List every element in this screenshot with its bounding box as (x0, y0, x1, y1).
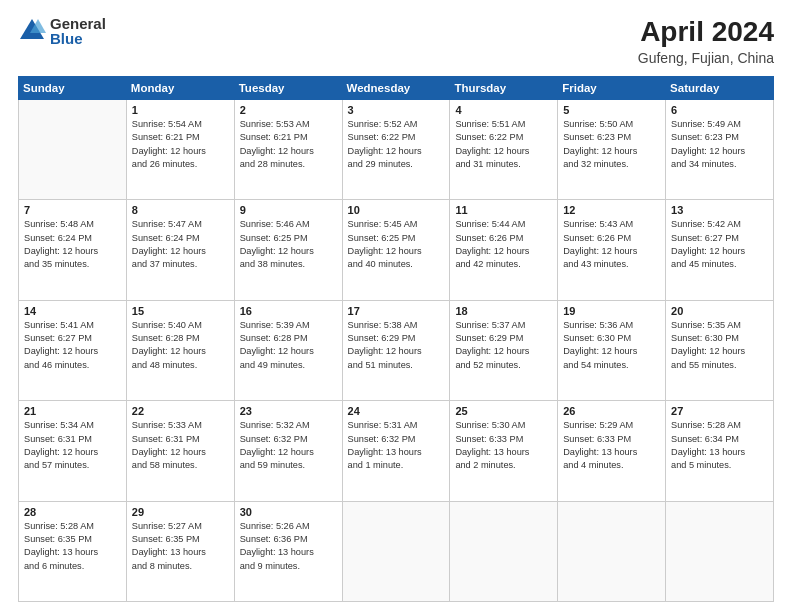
day-number: 24 (348, 405, 445, 417)
day-cell: 12Sunrise: 5:43 AM Sunset: 6:26 PM Dayli… (558, 200, 666, 300)
logo-icon (18, 17, 46, 45)
day-number: 7 (24, 204, 121, 216)
day-info: Sunrise: 5:54 AM Sunset: 6:21 PM Dayligh… (132, 118, 229, 171)
day-number: 25 (455, 405, 552, 417)
day-info: Sunrise: 5:35 AM Sunset: 6:30 PM Dayligh… (671, 319, 768, 372)
day-cell: 16Sunrise: 5:39 AM Sunset: 6:28 PM Dayli… (234, 300, 342, 400)
day-info: Sunrise: 5:33 AM Sunset: 6:31 PM Dayligh… (132, 419, 229, 472)
col-sunday: Sunday (19, 77, 127, 100)
day-cell: 20Sunrise: 5:35 AM Sunset: 6:30 PM Dayli… (666, 300, 774, 400)
day-number: 20 (671, 305, 768, 317)
day-number: 10 (348, 204, 445, 216)
week-row-1: 1Sunrise: 5:54 AM Sunset: 6:21 PM Daylig… (19, 100, 774, 200)
day-cell (450, 501, 558, 601)
main-title: April 2024 (638, 16, 774, 48)
day-info: Sunrise: 5:27 AM Sunset: 6:35 PM Dayligh… (132, 520, 229, 573)
day-number: 18 (455, 305, 552, 317)
day-cell: 27Sunrise: 5:28 AM Sunset: 6:34 PM Dayli… (666, 401, 774, 501)
day-number: 30 (240, 506, 337, 518)
day-info: Sunrise: 5:30 AM Sunset: 6:33 PM Dayligh… (455, 419, 552, 472)
col-monday: Monday (126, 77, 234, 100)
calendar-table: Sunday Monday Tuesday Wednesday Thursday… (18, 76, 774, 602)
col-friday: Friday (558, 77, 666, 100)
day-info: Sunrise: 5:29 AM Sunset: 6:33 PM Dayligh… (563, 419, 660, 472)
day-number: 5 (563, 104, 660, 116)
day-info: Sunrise: 5:36 AM Sunset: 6:30 PM Dayligh… (563, 319, 660, 372)
day-number: 27 (671, 405, 768, 417)
day-number: 2 (240, 104, 337, 116)
day-info: Sunrise: 5:40 AM Sunset: 6:28 PM Dayligh… (132, 319, 229, 372)
day-info: Sunrise: 5:28 AM Sunset: 6:35 PM Dayligh… (24, 520, 121, 573)
day-cell (342, 501, 450, 601)
title-block: April 2024 Gufeng, Fujian, China (638, 16, 774, 66)
day-number: 15 (132, 305, 229, 317)
logo-general: General (50, 16, 106, 31)
day-info: Sunrise: 5:31 AM Sunset: 6:32 PM Dayligh… (348, 419, 445, 472)
week-row-2: 7Sunrise: 5:48 AM Sunset: 6:24 PM Daylig… (19, 200, 774, 300)
day-info: Sunrise: 5:28 AM Sunset: 6:34 PM Dayligh… (671, 419, 768, 472)
day-number: 16 (240, 305, 337, 317)
day-cell: 1Sunrise: 5:54 AM Sunset: 6:21 PM Daylig… (126, 100, 234, 200)
day-cell: 29Sunrise: 5:27 AM Sunset: 6:35 PM Dayli… (126, 501, 234, 601)
day-cell: 8Sunrise: 5:47 AM Sunset: 6:24 PM Daylig… (126, 200, 234, 300)
day-number: 17 (348, 305, 445, 317)
col-tuesday: Tuesday (234, 77, 342, 100)
day-cell: 30Sunrise: 5:26 AM Sunset: 6:36 PM Dayli… (234, 501, 342, 601)
day-info: Sunrise: 5:51 AM Sunset: 6:22 PM Dayligh… (455, 118, 552, 171)
day-cell: 4Sunrise: 5:51 AM Sunset: 6:22 PM Daylig… (450, 100, 558, 200)
day-number: 28 (24, 506, 121, 518)
day-cell: 6Sunrise: 5:49 AM Sunset: 6:23 PM Daylig… (666, 100, 774, 200)
subtitle: Gufeng, Fujian, China (638, 50, 774, 66)
day-cell: 2Sunrise: 5:53 AM Sunset: 6:21 PM Daylig… (234, 100, 342, 200)
day-cell: 13Sunrise: 5:42 AM Sunset: 6:27 PM Dayli… (666, 200, 774, 300)
day-info: Sunrise: 5:53 AM Sunset: 6:21 PM Dayligh… (240, 118, 337, 171)
week-row-4: 21Sunrise: 5:34 AM Sunset: 6:31 PM Dayli… (19, 401, 774, 501)
day-cell: 14Sunrise: 5:41 AM Sunset: 6:27 PM Dayli… (19, 300, 127, 400)
week-row-3: 14Sunrise: 5:41 AM Sunset: 6:27 PM Dayli… (19, 300, 774, 400)
day-cell: 15Sunrise: 5:40 AM Sunset: 6:28 PM Dayli… (126, 300, 234, 400)
day-info: Sunrise: 5:32 AM Sunset: 6:32 PM Dayligh… (240, 419, 337, 472)
day-cell (19, 100, 127, 200)
day-cell: 24Sunrise: 5:31 AM Sunset: 6:32 PM Dayli… (342, 401, 450, 501)
day-number: 22 (132, 405, 229, 417)
day-info: Sunrise: 5:38 AM Sunset: 6:29 PM Dayligh… (348, 319, 445, 372)
day-cell: 10Sunrise: 5:45 AM Sunset: 6:25 PM Dayli… (342, 200, 450, 300)
day-cell: 5Sunrise: 5:50 AM Sunset: 6:23 PM Daylig… (558, 100, 666, 200)
day-info: Sunrise: 5:42 AM Sunset: 6:27 PM Dayligh… (671, 218, 768, 271)
day-info: Sunrise: 5:26 AM Sunset: 6:36 PM Dayligh… (240, 520, 337, 573)
day-info: Sunrise: 5:44 AM Sunset: 6:26 PM Dayligh… (455, 218, 552, 271)
day-info: Sunrise: 5:52 AM Sunset: 6:22 PM Dayligh… (348, 118, 445, 171)
day-cell: 7Sunrise: 5:48 AM Sunset: 6:24 PM Daylig… (19, 200, 127, 300)
day-info: Sunrise: 5:48 AM Sunset: 6:24 PM Dayligh… (24, 218, 121, 271)
day-info: Sunrise: 5:49 AM Sunset: 6:23 PM Dayligh… (671, 118, 768, 171)
day-number: 8 (132, 204, 229, 216)
day-cell: 22Sunrise: 5:33 AM Sunset: 6:31 PM Dayli… (126, 401, 234, 501)
day-number: 21 (24, 405, 121, 417)
day-info: Sunrise: 5:46 AM Sunset: 6:25 PM Dayligh… (240, 218, 337, 271)
header: General Blue April 2024 Gufeng, Fujian, … (18, 16, 774, 66)
col-saturday: Saturday (666, 77, 774, 100)
day-cell: 18Sunrise: 5:37 AM Sunset: 6:29 PM Dayli… (450, 300, 558, 400)
day-info: Sunrise: 5:45 AM Sunset: 6:25 PM Dayligh… (348, 218, 445, 271)
day-number: 19 (563, 305, 660, 317)
week-row-5: 28Sunrise: 5:28 AM Sunset: 6:35 PM Dayli… (19, 501, 774, 601)
day-cell: 23Sunrise: 5:32 AM Sunset: 6:32 PM Dayli… (234, 401, 342, 501)
logo-text: General Blue (50, 16, 106, 46)
day-info: Sunrise: 5:34 AM Sunset: 6:31 PM Dayligh… (24, 419, 121, 472)
day-cell: 25Sunrise: 5:30 AM Sunset: 6:33 PM Dayli… (450, 401, 558, 501)
day-cell: 26Sunrise: 5:29 AM Sunset: 6:33 PM Dayli… (558, 401, 666, 501)
day-number: 26 (563, 405, 660, 417)
logo: General Blue (18, 16, 106, 46)
page: General Blue April 2024 Gufeng, Fujian, … (0, 0, 792, 612)
day-number: 29 (132, 506, 229, 518)
col-thursday: Thursday (450, 77, 558, 100)
day-cell (558, 501, 666, 601)
day-number: 1 (132, 104, 229, 116)
day-cell: 28Sunrise: 5:28 AM Sunset: 6:35 PM Dayli… (19, 501, 127, 601)
day-cell: 17Sunrise: 5:38 AM Sunset: 6:29 PM Dayli… (342, 300, 450, 400)
day-cell: 3Sunrise: 5:52 AM Sunset: 6:22 PM Daylig… (342, 100, 450, 200)
day-cell: 21Sunrise: 5:34 AM Sunset: 6:31 PM Dayli… (19, 401, 127, 501)
logo-blue: Blue (50, 31, 106, 46)
day-cell: 9Sunrise: 5:46 AM Sunset: 6:25 PM Daylig… (234, 200, 342, 300)
day-number: 11 (455, 204, 552, 216)
